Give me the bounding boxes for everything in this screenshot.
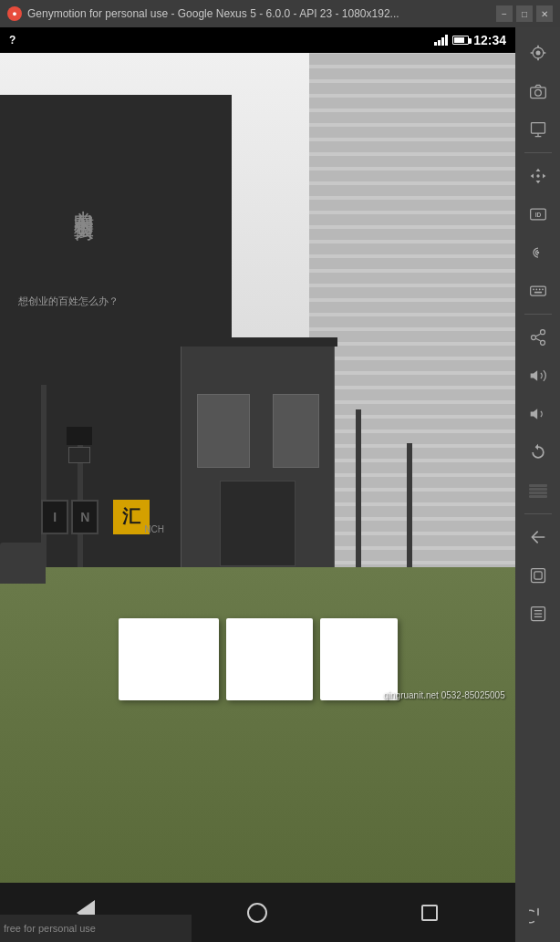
camera-tool[interactable] xyxy=(518,73,558,109)
back-nav-tool[interactable] xyxy=(518,519,558,555)
metrics-display xyxy=(529,484,547,498)
svg-rect-10 xyxy=(533,289,534,291)
svg-point-15 xyxy=(540,330,544,335)
emulator-area: ? 12:34 xyxy=(0,27,560,942)
menu-nav-tool[interactable] xyxy=(518,595,558,632)
window-title: Genymotion for personal use - Google Nex… xyxy=(27,7,399,20)
svg-point-3 xyxy=(534,89,541,96)
separator-2 xyxy=(524,314,552,315)
phone-screen: ? 12:34 xyxy=(0,27,515,942)
power-icon xyxy=(529,907,547,926)
svg-rect-11 xyxy=(535,289,537,291)
title-bar: ● Genymotion for personal use - Google N… xyxy=(0,0,560,27)
volume-down-tool[interactable] xyxy=(518,396,558,432)
menu-nav-icon xyxy=(529,605,547,623)
screenshot-tool[interactable] xyxy=(518,111,558,148)
share-icon xyxy=(529,328,547,347)
status-right: 12:34 xyxy=(434,33,506,47)
recents-button[interactable] xyxy=(407,890,452,936)
svg-rect-18 xyxy=(531,569,544,583)
way-letter-w: W xyxy=(119,618,219,700)
nfc-tool[interactable] xyxy=(518,234,558,271)
photo-content: 中关村创业大街 想创业的百姓怎么办？ xyxy=(0,53,515,883)
svg-text:ID: ID xyxy=(534,212,541,218)
svg-point-5 xyxy=(536,174,539,177)
status-bar: ? 12:34 xyxy=(0,27,515,53)
share-tool[interactable] xyxy=(518,319,558,356)
device-id-tool[interactable]: ID xyxy=(518,196,558,233)
id-icon: ID xyxy=(529,205,547,223)
nfc-icon xyxy=(529,243,547,262)
title-left: ● Genymotion for personal use - Google N… xyxy=(7,6,399,21)
battery-icon xyxy=(452,36,469,45)
back-nav-icon xyxy=(529,528,547,546)
gps-tool[interactable] xyxy=(518,35,558,71)
clock: 12:34 xyxy=(473,33,506,47)
separator-1 xyxy=(524,152,552,153)
chinese-text-2: 想创业的百姓怎么办？ xyxy=(18,294,119,310)
volume-up-icon xyxy=(529,367,547,385)
volume-up-tool[interactable] xyxy=(518,357,558,394)
move-icon xyxy=(529,167,547,185)
svg-rect-4 xyxy=(531,123,544,134)
svg-rect-12 xyxy=(538,289,540,291)
sidebar-tools: ID xyxy=(515,27,560,942)
screenshot-icon xyxy=(529,120,547,139)
way-letter-a: A xyxy=(226,618,313,700)
minimize-button[interactable]: − xyxy=(496,5,513,22)
structure-roof xyxy=(178,337,338,347)
home-button[interactable] xyxy=(234,890,280,936)
window-controls: − □ ✕ xyxy=(496,5,553,22)
home-nav-icon xyxy=(529,566,547,585)
svg-rect-14 xyxy=(534,292,541,294)
rotate-icon xyxy=(529,443,547,461)
battery-fill xyxy=(454,37,464,43)
gps-icon xyxy=(529,44,547,62)
battery-metrics-tool[interactable] xyxy=(518,472,558,509)
camera-icon xyxy=(529,82,547,100)
way-letter-y: Y xyxy=(320,618,398,700)
way-sign: W A Y xyxy=(26,468,490,700)
maximize-button[interactable]: □ xyxy=(516,5,533,22)
home-icon xyxy=(247,903,267,923)
close-button[interactable]: ✕ xyxy=(536,5,553,22)
photo-background: 中关村创业大街 想创业的百姓怎么办？ xyxy=(0,53,515,883)
keyboard-icon xyxy=(529,282,547,300)
svg-point-17 xyxy=(540,340,544,345)
svg-rect-19 xyxy=(534,572,541,579)
free-text-bar: free for personal use xyxy=(0,915,192,942)
svg-point-8 xyxy=(536,252,539,254)
svg-point-16 xyxy=(531,336,535,340)
rotate-tool[interactable] xyxy=(518,434,558,471)
svg-rect-13 xyxy=(542,289,544,291)
signal-icon xyxy=(434,35,448,46)
vehicle-silhouette xyxy=(0,543,46,584)
recents-icon xyxy=(421,905,438,921)
power-tool[interactable] xyxy=(518,898,558,935)
separator-3 xyxy=(524,513,552,514)
status-left-text: ? xyxy=(9,34,16,47)
chinese-text-vertical: 中关村创业大街 xyxy=(69,194,98,207)
svg-point-0 xyxy=(535,51,540,56)
move-tool[interactable] xyxy=(518,158,558,194)
keyboard-tool[interactable] xyxy=(518,273,558,309)
free-personal-use-text: free for personal use xyxy=(4,923,96,934)
app-logo: ● xyxy=(7,6,22,21)
svg-rect-9 xyxy=(530,286,545,295)
volume-down-icon xyxy=(529,405,547,423)
home-nav-tool[interactable] xyxy=(518,557,558,594)
svg-rect-2 xyxy=(530,88,545,98)
watermark: qingruanit.net 0532-85025005 xyxy=(383,690,504,700)
